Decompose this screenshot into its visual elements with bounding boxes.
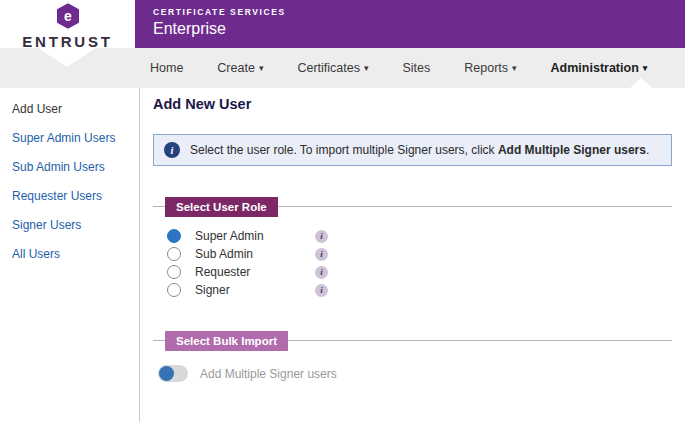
chevron-down-icon: ▾: [259, 63, 264, 73]
nav-item-reports[interactable]: Reports▾: [464, 61, 516, 75]
info-icon[interactable]: i: [315, 284, 328, 297]
info-icon[interactable]: i: [315, 248, 328, 261]
nav-item-home[interactable]: Home: [150, 61, 183, 75]
nav-item-create[interactable]: Create▾: [217, 61, 263, 75]
info-icon: i: [164, 142, 180, 158]
add-multiple-signer-users-toggle[interactable]: [158, 365, 188, 382]
info-alert-text-suffix: .: [646, 143, 649, 157]
info-icon[interactable]: i: [315, 266, 328, 279]
nav-item-administration[interactable]: Administration▾: [551, 61, 648, 75]
sidebar-item-super-admin-users[interactable]: Super Admin Users: [0, 124, 139, 153]
radio-row-super-admin: Super Admin i: [167, 229, 672, 243]
nav-item-sites[interactable]: Sites: [402, 61, 430, 75]
product-banner: CERTIFICATE SERVICES Enterprise: [135, 0, 685, 48]
nav-reports-label: Reports: [464, 61, 508, 75]
radio-super-admin-label[interactable]: Super Admin: [195, 229, 315, 243]
radio-signer-label[interactable]: Signer: [195, 283, 315, 297]
radio-row-requester: Requester i: [167, 265, 672, 279]
logo-chevron-decoration: [38, 48, 96, 67]
radio-requester-label[interactable]: Requester: [195, 265, 315, 279]
select-bulk-import-section: Select Bulk Import Add Multiple Signer u…: [153, 340, 672, 394]
radio-sub-admin[interactable]: [167, 247, 181, 261]
chevron-down-icon: ▾: [364, 63, 369, 73]
radio-row-signer: Signer i: [167, 283, 672, 297]
page-title: Add New User: [153, 96, 672, 112]
svg-text:e: e: [64, 8, 72, 24]
nav-certificates-label: Certificates: [297, 61, 360, 75]
select-user-role-legend: Select User Role: [165, 197, 278, 217]
radio-sub-admin-label[interactable]: Sub Admin: [195, 247, 315, 261]
select-user-role-section: Select User Role Super Admin i Sub Admin…: [153, 206, 672, 313]
radio-row-sub-admin: Sub Admin i: [167, 247, 672, 261]
select-bulk-import-legend: Select Bulk Import: [165, 331, 288, 351]
bulk-import-toggle-row: Add Multiple Signer users: [158, 365, 672, 382]
main-content: Add New User i Select the user role. To …: [141, 88, 685, 422]
entrust-logo[interactable]: e ENTRUST: [0, 0, 135, 48]
active-nav-pointer: [630, 78, 652, 88]
product-name-large: Enterprise: [153, 20, 685, 38]
product-name-small: CERTIFICATE SERVICES: [153, 7, 685, 17]
info-alert-text-prefix: Select the user role. To import multiple…: [190, 143, 498, 157]
sidebar-item-all-users[interactable]: All Users: [0, 240, 139, 269]
radio-requester[interactable]: [167, 265, 181, 279]
add-multiple-signer-users-toggle-label: Add Multiple Signer users: [200, 367, 337, 381]
main-nav: Home Create▾ Certificates▾ Sites Reports…: [0, 48, 685, 88]
sidebar-item-requester-users[interactable]: Requester Users: [0, 182, 139, 211]
nav-create-label: Create: [217, 61, 255, 75]
radio-signer[interactable]: [167, 283, 181, 297]
nav-sites-label: Sites: [402, 61, 430, 75]
chevron-down-icon: ▾: [643, 63, 648, 73]
info-alert-text-emphasis: Add Multiple Signer users: [498, 143, 646, 157]
nav-home-label: Home: [150, 61, 183, 75]
sidebar: Add User Super Admin Users Sub Admin Use…: [0, 88, 140, 422]
info-alert: i Select the user role. To import multip…: [153, 134, 672, 166]
sidebar-item-add-user[interactable]: Add User: [0, 95, 139, 124]
nav-administration-label: Administration: [551, 61, 639, 75]
toggle-knob: [159, 366, 174, 381]
chevron-down-icon: ▾: [512, 63, 517, 73]
radio-super-admin[interactable]: [167, 229, 181, 243]
info-icon[interactable]: i: [315, 230, 328, 243]
info-alert-text: Select the user role. To import multiple…: [190, 143, 649, 157]
nav-item-certificates[interactable]: Certificates▾: [297, 61, 368, 75]
app-header: CERTIFICATE SERVICES Enterprise e ENTRUS…: [0, 0, 685, 48]
sidebar-item-sub-admin-users[interactable]: Sub Admin Users: [0, 153, 139, 182]
entrust-logo-icon: e: [56, 3, 80, 32]
sidebar-item-signer-users[interactable]: Signer Users: [0, 211, 139, 240]
